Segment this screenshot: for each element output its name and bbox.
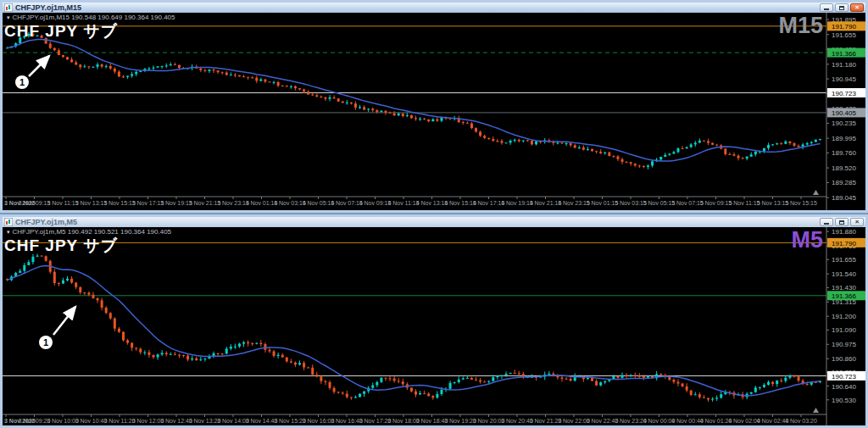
timeframe-watermark: M5: [791, 227, 823, 253]
svg-text:3 Nov 11:20: 3 Nov 11:20: [103, 418, 135, 424]
svg-text:191.090: 191.090: [832, 326, 856, 334]
svg-text:3 Nov 15:20: 3 Nov 15:20: [274, 418, 306, 424]
svg-text:4 Nov 02:40: 4 Nov 02:40: [757, 418, 789, 424]
svg-text:5 Nov 11:15: 5 Nov 11:15: [728, 200, 760, 206]
svg-text:3 Nov 10:00: 3 Nov 10:00: [47, 418, 79, 424]
close-button[interactable]: ×: [850, 218, 864, 226]
svg-text:191.200: 191.200: [832, 313, 856, 320]
svg-text:190.723: 190.723: [832, 90, 856, 97]
svg-text:5 Nov 05:15: 5 Nov 05:15: [643, 200, 676, 206]
window-titlebar-m15[interactable]: CHFJPY.oj1m,M15 ×: [3, 3, 865, 13]
svg-text:5 Nov 01:15: 5 Nov 01:15: [587, 200, 619, 206]
svg-text:191.790: 191.790: [832, 240, 856, 247]
chart-window-icon: [4, 218, 13, 226]
svg-text:191.366: 191.366: [832, 50, 856, 58]
close-icon: ×: [855, 219, 860, 225]
svg-text:3 Nov 09:20: 3 Nov 09:20: [19, 418, 51, 424]
candlestick-chart-m15[interactable]: 3 Nov 20253 Nov 09:153 Nov 11:153 Nov 13…: [3, 13, 865, 210]
chart-window-icon: [4, 3, 13, 12]
chart-area-m15[interactable]: 3 Nov 20253 Nov 09:153 Nov 11:153 Nov 13…: [3, 13, 865, 210]
svg-text:3 Nov 16:40: 3 Nov 16:40: [331, 418, 363, 424]
chart-area-m5[interactable]: 3 Nov 20253 Nov 09:203 Nov 10:003 Nov 10…: [3, 227, 865, 425]
svg-text:3 Nov 16:00: 3 Nov 16:00: [303, 418, 335, 424]
window-titlebar-m5[interactable]: CHFJPY.oj1m,M5 ×: [3, 217, 865, 227]
restore-button[interactable]: [835, 3, 849, 12]
minimize-button[interactable]: [820, 3, 833, 12]
svg-text:191.540: 191.540: [832, 270, 856, 278]
svg-text:5 Nov 07:15: 5 Nov 07:15: [671, 200, 704, 206]
restore-icon: [839, 6, 844, 10]
close-button[interactable]: ×: [850, 3, 864, 12]
svg-text:191.366: 191.366: [832, 292, 856, 300]
svg-text:3 Nov 09:15: 3 Nov 09:15: [19, 200, 51, 206]
svg-text:3 Nov 23:15: 3 Nov 23:15: [217, 200, 249, 206]
chart-big-label: CHF JPY サブ: [4, 20, 118, 42]
svg-text:190.860: 190.860: [832, 355, 856, 363]
svg-text:191.180: 191.180: [832, 61, 856, 69]
moving-average-line: [8, 266, 821, 396]
svg-text:189.520: 189.520: [832, 164, 856, 172]
svg-text:5 Nov 13:15: 5 Nov 13:15: [757, 200, 789, 206]
svg-text:191.430: 191.430: [832, 284, 856, 292]
svg-text:3 Nov 13:20: 3 Nov 13:20: [189, 418, 221, 424]
svg-text:3 Nov 20:40: 3 Nov 20:40: [501, 418, 533, 424]
svg-text:3 Nov 13:15: 3 Nov 13:15: [75, 200, 108, 206]
svg-text:3 Nov 18:40: 3 Nov 18:40: [416, 418, 448, 424]
svg-text:4 Nov 00:40: 4 Nov 00:40: [671, 418, 704, 424]
svg-text:3 Nov 15:15: 3 Nov 15:15: [103, 200, 136, 206]
svg-text:4 Nov 09:15: 4 Nov 09:15: [359, 200, 392, 206]
svg-text:4 Nov 23:15: 4 Nov 23:15: [558, 200, 590, 206]
svg-text:4 Nov 13:15: 4 Nov 13:15: [416, 200, 448, 206]
annotation-number: 1: [19, 77, 25, 87]
svg-text:4 Nov 19:15: 4 Nov 19:15: [501, 200, 533, 206]
svg-text:3 Nov 14:40: 3 Nov 14:40: [246, 418, 278, 424]
svg-text:4 Nov 21:15: 4 Nov 21:15: [530, 200, 562, 206]
annotation-arrow: [53, 307, 75, 335]
scroll-to-end-icon: [813, 408, 819, 413]
time-axis: 3 Nov 20253 Nov 09:153 Nov 11:153 Nov 13…: [3, 13, 826, 210]
svg-text:189.760: 189.760: [832, 149, 856, 157]
metatrader-workspace: { "windows": [ { "title": "CHFJPY.oj1m,M…: [0, 0, 868, 428]
svg-text:3 Nov 21:15: 3 Nov 21:15: [189, 200, 221, 206]
svg-text:3 Nov 22:40: 3 Nov 22:40: [587, 418, 619, 424]
svg-text:4 Nov 05:15: 4 Nov 05:15: [303, 200, 335, 206]
close-icon: ×: [855, 4, 860, 11]
svg-text:190.405: 190.405: [832, 109, 856, 117]
annotation-number: 1: [43, 337, 48, 347]
svg-text:3 Nov 20:00: 3 Nov 20:00: [473, 418, 505, 424]
svg-text:3 Nov 12:40: 3 Nov 12:40: [160, 418, 192, 424]
minimize-button[interactable]: [820, 218, 833, 226]
minimize-icon: [824, 223, 829, 225]
annotation-marker-1: 1: [15, 56, 49, 89]
svg-text:3 Nov 22:00: 3 Nov 22:00: [558, 418, 590, 424]
chart-big-label: CHF JPY サブ: [4, 235, 118, 257]
restore-icon: [839, 220, 844, 225]
horizontal-lines: [3, 242, 826, 375]
chart-window-m15: CHFJPY.oj1m,M15 × 3 Nov 20253 Nov 09:153…: [0, 0, 868, 213]
svg-text:3 Nov 23:20: 3 Nov 23:20: [615, 418, 647, 424]
svg-text:4 Nov 11:15: 4 Nov 11:15: [387, 200, 419, 206]
svg-text:3 Nov 12:00: 3 Nov 12:00: [132, 418, 164, 424]
svg-text:190.975: 190.975: [832, 341, 856, 348]
annotation-marker-1: 1: [39, 307, 75, 349]
candles: [6, 253, 821, 402]
svg-text:4 Nov 15:15: 4 Nov 15:15: [444, 200, 476, 206]
svg-text:191.655: 191.655: [832, 31, 856, 39]
timeframe-watermark: M15: [778, 13, 823, 39]
svg-text:3 Nov 11:15: 3 Nov 11:15: [47, 200, 78, 206]
scroll-to-end-icon: [813, 190, 819, 195]
restore-button[interactable]: [835, 218, 849, 226]
svg-text:4 Nov 01:20: 4 Nov 01:20: [700, 418, 732, 424]
svg-text:5 Nov 09:15: 5 Nov 09:15: [700, 200, 732, 206]
window-title: CHFJPY.oj1m,M15: [15, 3, 81, 12]
candlestick-chart-m5[interactable]: 3 Nov 20253 Nov 09:203 Nov 10:003 Nov 10…: [3, 227, 865, 425]
svg-text:3 Nov 19:20: 3 Nov 19:20: [444, 418, 476, 424]
svg-text:191.880: 191.880: [832, 228, 856, 236]
svg-text:190.530: 190.530: [832, 397, 856, 404]
svg-text:191.655: 191.655: [832, 256, 856, 264]
svg-text:4 Nov 01:15: 4 Nov 01:15: [246, 200, 278, 206]
svg-text:4 Nov 17:15: 4 Nov 17:15: [473, 200, 505, 206]
time-axis: 3 Nov 20253 Nov 09:203 Nov 10:003 Nov 10…: [3, 227, 826, 425]
svg-text:3 Nov 14:00: 3 Nov 14:00: [217, 418, 249, 424]
svg-text:3 Nov 18:00: 3 Nov 18:00: [387, 418, 420, 424]
